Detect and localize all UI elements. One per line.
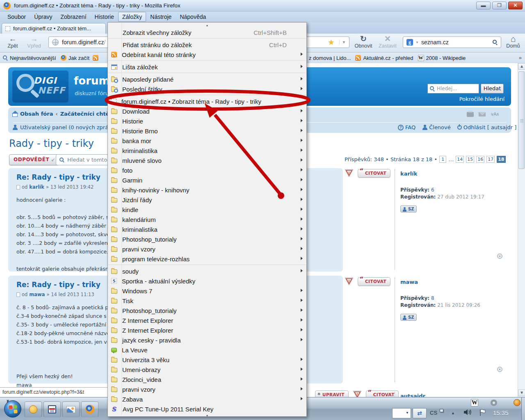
bookmark-item[interactable]: Aktuálně.cz - přehled — [354, 54, 414, 62]
bookmarks-menu-item[interactable]: mluvené slovo — [108, 155, 306, 165]
back-button[interactable]: ← Zpět — [3, 35, 22, 49]
email-icon[interactable] — [479, 112, 486, 116]
bookmarks-menu-item[interactable]: Lišta záložek — [108, 62, 306, 72]
bookmark-item[interactable]: Jak začít — [59, 54, 91, 62]
search-go-icon[interactable] — [493, 40, 498, 45]
bookmarks-menu-item[interactable]: pravni vzory — [108, 384, 306, 394]
bookmarks-menu-item[interactable]: pravni vzory — [108, 244, 306, 254]
advanced-search-link[interactable]: Pokročilé hledání — [439, 96, 504, 102]
user-panel-link[interactable]: Uživatelský panel (0 nových zpráv — [12, 124, 112, 130]
flag-icon[interactable] — [479, 409, 486, 416]
url-dropdown-icon[interactable]: ▼ — [339, 40, 346, 44]
language-bar-icon[interactable] — [440, 409, 443, 412]
post-options-icon[interactable] — [497, 367, 502, 372]
menu-historie[interactable]: Historie — [91, 12, 118, 22]
taskbar-app-firefox[interactable] — [81, 402, 98, 417]
bookmark-item[interactable]: z domova | Lido... — [308, 54, 352, 62]
bookmarks-menu-item[interactable]: La Veuve — [108, 345, 306, 355]
report-icon[interactable]: ! — [353, 390, 362, 397]
bookmarks-menu-item[interactable]: banka mor — [108, 136, 306, 146]
home-button[interactable]: ⌂ Domů — [503, 35, 523, 49]
menu-upravy[interactable]: Úpravy — [30, 12, 56, 22]
bookmarks-menu-item[interactable]: Photoshop_tutorialy — [108, 306, 306, 315]
print-icon[interactable] — [467, 112, 474, 117]
profile-username[interactable]: autsajdr — [400, 393, 507, 397]
page-1[interactable]: 1 — [439, 156, 446, 163]
reply-button[interactable]: ODPOVĚDĚT↙ — [9, 154, 59, 165]
bookmarks-overflow-button[interactable]: » — [519, 55, 522, 61]
bookmarks-menu-item[interactable]: Windows 7 — [108, 286, 306, 296]
bookmarks-menu-item[interactable]: Photoshop_tutorialy — [108, 234, 306, 244]
bookmarks-menu-item[interactable]: Zlocinci_videa — [108, 374, 306, 384]
tray-expand-icon[interactable]: ▲ — [451, 411, 455, 415]
author-link[interactable]: mawa — [29, 292, 45, 297]
author-link[interactable]: karlík — [29, 184, 44, 190]
bookmarks-menu-item[interactable]: Tisk — [108, 296, 306, 306]
logout-link[interactable]: Odhlásit [ autsajdr ] — [457, 124, 517, 130]
header-search-input[interactable]: Hledej... — [427, 84, 479, 94]
bookmarks-menu-item[interactable]: Zobrazit všechny záložkyCtrl+Shift+B — [108, 27, 306, 37]
clock[interactable]: 15:35 — [493, 409, 509, 416]
page-17[interactable]: 17 — [486, 156, 495, 163]
posts-count[interactable]: 6 — [431, 187, 434, 193]
show-desktop-button[interactable] — [521, 397, 525, 420]
bookmarks-menu-item[interactable]: Historie Brno — [108, 126, 306, 136]
menu-napoveda[interactable]: Nápověda — [176, 12, 210, 22]
scroll-up-icon[interactable]: ▲ — [518, 63, 525, 70]
menu-scroll-down-icon[interactable]: ▼ — [108, 414, 306, 418]
bookmarks-menu-item[interactable]: Z Internet Explorer — [108, 325, 306, 335]
wikipedia-tray-icon[interactable]: W — [471, 399, 478, 406]
taskbar-app-save[interactable] — [43, 402, 61, 417]
active-tab[interactable]: forum.digineff.cz • Zobrazit tém... — [2, 23, 106, 34]
page-16[interactable]: 16 — [476, 156, 484, 163]
search-bar[interactable]: g ▼ seznam.cz — [403, 37, 501, 48]
bookmark-item[interactable]: Nejnavštěvovanější — [2, 54, 57, 62]
menu-scroll-up-icon[interactable]: ▲ — [108, 23, 306, 27]
page-15[interactable]: 15 — [466, 156, 474, 163]
speaker-icon[interactable] — [463, 409, 472, 415]
bookmarks-menu-item[interactable]: knihy-novinky - knihovny — [108, 185, 306, 195]
bookmarks-menu-item[interactable]: Přidat stránku do záložekCtrl+D — [108, 40, 306, 50]
language-indicator[interactable]: CS — [430, 410, 437, 416]
bookmarks-menu-item[interactable]: Z Internet Explorer — [108, 315, 306, 325]
bookmarks-menu-item[interactable]: Zabava — [108, 394, 306, 404]
bookmarks-menu-item[interactable]: kriminalistika — [108, 146, 306, 155]
bookmarks-menu-item[interactable]: forum.digineff.cz • Zobrazit téma - Rady… — [108, 96, 306, 106]
menu-nastroje[interactable]: Nástroje — [146, 12, 176, 22]
bookmarks-menu-item[interactable]: Avg PC Tune-Up 2011 Serial Key — [108, 404, 306, 414]
scroll-down-icon[interactable]: ▼ — [518, 390, 525, 396]
quote-button[interactable]: CITOVAT — [358, 277, 390, 286]
taskbar-app-photos[interactable] — [62, 402, 80, 417]
members-link[interactable]: Členové — [422, 124, 451, 130]
report-icon[interactable]: ! — [345, 277, 354, 285]
reload-button[interactable]: ↻ Obnovit — [352, 35, 375, 49]
profile-username[interactable]: karlík — [400, 171, 507, 177]
page-18[interactable]: 18 — [497, 156, 505, 163]
posts-count[interactable]: 8 — [431, 295, 434, 301]
page-14[interactable]: 14 — [456, 156, 464, 163]
post-icon[interactable] — [16, 185, 20, 189]
gear-tray-icon[interactable] — [491, 399, 497, 406]
forum-logo[interactable]: DIGI NEFF — [12, 71, 68, 103]
quote-button[interactable]: CITOVAT — [358, 169, 390, 178]
bookmarks-menu-item[interactable]: soudy — [108, 266, 306, 276]
bookmarks-menu-item[interactable]: Poslední štítky — [108, 84, 306, 94]
minimize-button[interactable]: ▬ — [476, 2, 491, 9]
menu-zalozky[interactable]: Záložky — [118, 12, 146, 22]
tray-icon[interactable] — [514, 399, 520, 406]
breadcrumb-root[interactable]: Obsah fóra — [20, 111, 53, 117]
quote-button[interactable]: CITOVAT — [366, 390, 399, 397]
bookmarks-menu-item[interactable]: program televize-rozhlas — [108, 254, 306, 264]
rss-icon[interactable] — [93, 55, 98, 61]
menu-zobrazeni[interactable]: Zobrazení — [57, 12, 91, 22]
stop-button[interactable]: ✕ Zastavit — [376, 35, 399, 49]
private-message-button[interactable]: SZ — [400, 205, 417, 212]
bookmarks-menu-item[interactable]: Garmin — [108, 175, 306, 185]
bookmarks-menu-item[interactable]: Odebírat kanál této stránky — [108, 50, 306, 59]
bookmarks-menu-item[interactable]: kindle — [108, 205, 306, 215]
bookmark-star-icon[interactable]: ★ — [328, 38, 334, 47]
faq-link[interactable]: ? FAQ — [398, 124, 415, 130]
profile-username[interactable]: mawa — [400, 279, 507, 285]
bookmarks-menu-item[interactable]: Umeni-obrazy — [108, 365, 306, 374]
bookmark-item[interactable]: W 2008 - Wikipedie — [417, 54, 467, 62]
